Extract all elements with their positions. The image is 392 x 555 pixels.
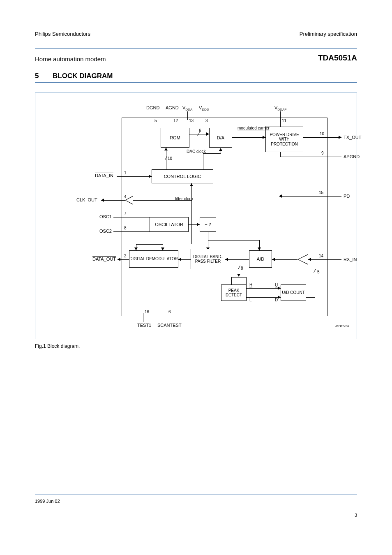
wire-filterclk-v	[191, 183, 192, 244]
arrow-ctrl-rom	[164, 148, 168, 150]
pin-vdda-wire	[187, 111, 188, 118]
figure-code: MBH761	[335, 324, 350, 328]
pin-agnd-num: 12	[173, 118, 178, 123]
pin-txout-label: TX_OUT	[344, 135, 361, 140]
pin-rxin-label: RX_IN	[344, 257, 357, 262]
header-rule	[35, 48, 357, 49]
pin-dgnd-wire	[153, 111, 153, 118]
pin-dataout-label: DATA_OUT	[92, 257, 116, 261]
header-right: Preliminary specification	[300, 31, 357, 37]
vga-icon	[297, 254, 308, 265]
pin-test1-label: TEST1	[137, 323, 151, 328]
pin-vddd-label: VDDD	[199, 105, 209, 111]
label-filterclk: filter clock	[175, 197, 193, 201]
chip-bottom	[122, 316, 327, 316]
arrow-filterclk-up	[190, 183, 193, 186]
pin-scantest-wire	[167, 316, 167, 322]
pin-vddap-label: VDDAP	[274, 105, 287, 111]
label-U: U	[275, 283, 278, 287]
wire-gain-v	[315, 259, 315, 297]
pin-scantest-label: SCANTEST	[157, 323, 182, 328]
product-name: TDA5051A	[318, 53, 357, 62]
footer-rule	[35, 495, 357, 495]
pin-osc2-num: 8	[124, 226, 127, 230]
chip-top	[122, 118, 327, 118]
pin-vddd-wire	[204, 111, 204, 118]
pin-txout-num: 10	[320, 132, 324, 136]
wire-vga-ad	[272, 259, 297, 260]
figure-frame: DGND 5 AGND 12 VDDA 13 VDDD 3 VDDAP 11 R…	[35, 92, 357, 339]
label-mod-carrier: modulated carrier	[238, 126, 270, 130]
wire-osc2	[113, 231, 150, 232]
arrow-div-ad	[258, 247, 261, 250]
chip-right	[327, 118, 327, 316]
block-peak: PEAK DETECT	[221, 284, 247, 301]
pin-datain-num: 1	[124, 171, 127, 175]
section-number: 5	[35, 72, 39, 80]
label-D: D	[275, 298, 278, 302]
wire-dacclk-v	[203, 153, 203, 169]
arrow-datain	[149, 175, 152, 178]
pin-rxin-num: 14	[319, 254, 323, 258]
pin-scantest-num: 6	[168, 310, 171, 314]
pin-dgnd-num: 5	[154, 118, 157, 123]
block-demod: DIGITAL DEMODULATOR	[129, 250, 178, 268]
arrow-div-demod	[161, 247, 164, 250]
arrow-bpf-demod	[178, 258, 181, 261]
arrow-vga-ad	[272, 258, 275, 261]
block-rom: ROM	[161, 128, 189, 148]
arrow-H	[278, 287, 281, 290]
pin-test1-num: 16	[145, 310, 149, 314]
pin-vddd-num: 3	[205, 118, 208, 123]
bus-8: 8	[241, 266, 243, 271]
pin-dgnd-label: DGND	[146, 105, 159, 110]
wire-rxin	[308, 259, 341, 260]
pin-agnd-label: AGND	[166, 105, 179, 110]
arrow-rom-da	[206, 132, 209, 136]
arrow-L	[278, 296, 281, 299]
arrow-osc-div	[197, 223, 200, 226]
block-da: D/A	[209, 128, 232, 148]
footer-date: 1999 Jun 02	[35, 499, 60, 504]
bus-slash-8	[238, 266, 240, 269]
pin-pd-label: PD	[344, 194, 350, 199]
wire-txout	[303, 137, 341, 138]
header-left: Philips Semiconductors	[35, 31, 90, 37]
wire-apgnd	[280, 157, 341, 157]
wire-div-demod-h	[136, 244, 163, 245]
block-power: POWER DRIVE WITH PROTECTION	[265, 127, 303, 152]
bus-5: 5	[317, 270, 320, 274]
section-title: BLOCK DIAGRAM	[53, 72, 113, 80]
block-control: CONTROL LOGIC	[152, 169, 213, 183]
arrow-clkout	[101, 199, 104, 202]
pin-osc2-label: OSC2	[99, 229, 112, 234]
wire-apgnd-v	[280, 152, 281, 157]
label-L: L	[249, 298, 252, 302]
pin-apgnd-label: APGND	[344, 154, 360, 159]
pin-osc1-label: OSC1	[99, 214, 112, 219]
wire-ctrl-rom	[166, 148, 166, 169]
pin-clkout-label: CLK_OUT	[76, 197, 97, 202]
figure-label: Fig.1 Block diagram.	[35, 343, 80, 349]
section-rule	[35, 82, 357, 83]
block-bpf: DIGITAL BAND-PASS FILTER	[191, 249, 225, 269]
wire-H	[247, 288, 281, 289]
wire-da-power	[232, 137, 265, 138]
doc-subtitle: Home automation modem	[35, 56, 106, 62]
arrow-rxin	[308, 258, 311, 261]
wire-div-right	[208, 240, 259, 240]
pin-pd-num: 15	[319, 190, 323, 195]
arrow-ad-bpf	[225, 258, 228, 261]
footer-page: 3	[355, 513, 357, 518]
wire-ad-bpf	[225, 259, 249, 260]
bus-10: 10	[168, 156, 172, 161]
block-osc: OSCILLATOR	[150, 217, 189, 232]
arrow-pd	[279, 194, 282, 198]
wire-dacclk-v2	[221, 148, 221, 153]
block-udc: U/D COUNT	[281, 284, 306, 301]
label-dacclk: DAC clock	[187, 149, 206, 154]
arrow-ad-peak-down	[237, 274, 240, 277]
pin-apgnd-num: 9	[321, 151, 324, 155]
arrow-da-power	[263, 136, 265, 139]
wire-ad-peak-v	[239, 259, 239, 276]
